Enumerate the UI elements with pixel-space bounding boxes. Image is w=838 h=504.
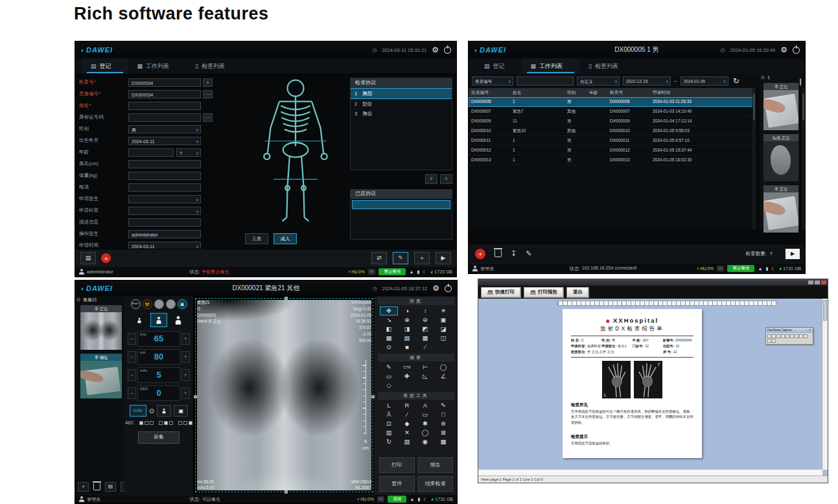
column-header[interactable]: 性别 <box>564 88 587 97</box>
tool-icon[interactable]: ✚ <box>399 372 415 380</box>
tool-icon[interactable]: ☀ <box>435 307 452 315</box>
emergency-add-button[interactable]: ＋ <box>101 253 111 263</box>
tool-icon[interactable]: ⊛ <box>435 420 452 428</box>
gear-icon[interactable]: ⚙ <box>780 45 787 54</box>
tool-icon[interactable]: ↕ <box>417 307 434 315</box>
crop-handle-bottom[interactable] <box>285 490 288 494</box>
tool-icon[interactable]: ✎ <box>380 363 397 371</box>
tool-icon[interactable]: ◑ <box>399 307 415 315</box>
image-thumbnail[interactable]: 手 正位 <box>80 305 122 350</box>
register-button[interactable]: ✎ <box>393 252 408 264</box>
selected-protocol-row[interactable] <box>352 200 450 209</box>
add-exam-button[interactable]: ＋ <box>414 252 430 264</box>
small-patient-button[interactable] <box>131 313 148 327</box>
minimize-button[interactable] <box>808 281 813 284</box>
field-suffix-button[interactable]: + <box>203 78 213 87</box>
column-header[interactable]: 申请时间 <box>650 88 756 97</box>
column-header[interactable]: 检查号 <box>607 88 650 97</box>
tool-icon[interactable]: ◩ <box>417 325 434 333</box>
column-header[interactable]: 姓名 <box>510 88 564 97</box>
table-scrollbar[interactable] <box>752 88 756 229</box>
tool-icon[interactable]: ▩ <box>417 334 434 342</box>
tool-icon[interactable]: ⊞ <box>435 429 452 437</box>
field-input[interactable] <box>128 102 201 110</box>
toolbar-button[interactable]: 退出 <box>566 287 589 298</box>
move-up-button[interactable]: ∧ <box>440 174 452 184</box>
refresh-icon[interactable]: ↻ <box>733 76 739 86</box>
column-header[interactable]: 患者编号 <box>469 88 510 97</box>
field-input[interactable]: DX000034 <box>128 90 201 98</box>
field-input[interactable] <box>128 148 174 157</box>
tool-icon[interactable]: ∕ <box>417 343 434 351</box>
field-input[interactable]: 男∨ <box>128 125 201 133</box>
tab-工作列表[interactable]: ▦工作列表 <box>522 58 580 74</box>
tool-icon[interactable]: ✎ <box>435 402 452 409</box>
aec-chamber-group-2[interactable] <box>159 421 173 425</box>
field-input[interactable]: administrator <box>128 230 201 238</box>
field-input[interactable]: DX000034 <box>128 78 201 87</box>
protocol-item[interactable]: 3胸骨 <box>351 109 452 119</box>
faststone-tool-icon[interactable] <box>804 334 808 338</box>
anatomy-selector[interactable] <box>241 76 350 231</box>
tool-icon[interactable]: R <box>399 402 415 409</box>
table-button[interactable]: ▣ <box>174 405 188 417</box>
tool-icon[interactable]: ⊢ <box>417 363 434 371</box>
decrease-button[interactable]: − <box>128 351 136 363</box>
tool-icon[interactable]: ⊕ <box>399 316 415 324</box>
body-type-adult-button[interactable]: 成人 <box>274 233 297 244</box>
reset-button[interactable]: RESET <box>131 299 141 309</box>
tool-icon[interactable]: ◨ <box>399 325 415 333</box>
power-icon[interactable] <box>793 47 800 54</box>
faststone-window-controls[interactable]: − × <box>805 328 811 333</box>
tool-icon[interactable]: L <box>380 402 397 409</box>
tree-collapse-icon[interactable]: ⊟ <box>76 296 80 304</box>
faststone-tool-icon[interactable] <box>790 334 794 338</box>
tool-icon[interactable]: ▭ <box>380 372 397 380</box>
wall-stand-button[interactable] <box>157 405 171 417</box>
close-button[interactable] <box>821 281 826 284</box>
tool-icon[interactable]: ✱ <box>417 420 434 428</box>
import-icon[interactable]: ↧ <box>511 249 517 258</box>
tool-icon[interactable]: ∕ <box>399 411 415 418</box>
date-range-select[interactable]: 自定义∨ <box>577 76 620 86</box>
power-icon[interactable] <box>445 285 452 292</box>
move-down-button[interactable]: ∨ <box>425 174 437 184</box>
decrease-button[interactable]: − <box>128 333 136 345</box>
emergency-patient-button[interactable]: ＋ <box>475 249 485 259</box>
date-to-select[interactable]: 2024-01-05∨ <box>681 76 728 86</box>
protocol-item[interactable]: 2肋骨 <box>351 99 452 109</box>
increase-button[interactable]: + <box>181 333 190 345</box>
increase-button[interactable]: + <box>181 351 190 363</box>
tool-icon[interactable]: ▤ <box>399 334 415 342</box>
vertical-scrollbar[interactable] <box>822 299 828 470</box>
focal-spot-icon[interactable]: ⊙ <box>149 407 154 415</box>
detector-button[interactable]: ▣ <box>178 299 187 309</box>
acquire-button[interactable]: 采集 <box>138 431 180 444</box>
column-header[interactable]: 年龄 <box>587 88 607 97</box>
start-exam-button[interactable]: ▶ <box>786 249 800 259</box>
field-input[interactable] <box>128 160 201 168</box>
tool-icon[interactable]: ✥ <box>380 307 397 315</box>
table-row[interactable]: DX0000121男DX0000122024-01-05 15:37:44 <box>469 146 756 155</box>
tool-icon[interactable]: ⊙ <box>380 343 397 351</box>
tool-icon[interactable]: ◯ <box>435 363 452 371</box>
tree-collapse-icon[interactable]: ⊟ <box>761 74 765 82</box>
search-input[interactable] <box>517 76 574 86</box>
tool-icon[interactable]: ∠ <box>435 372 452 380</box>
faststone-tool-icon[interactable] <box>781 334 785 338</box>
crop-selection-frame[interactable] <box>195 298 373 492</box>
tool-icon[interactable]: ▧ <box>399 438 415 446</box>
body-type-child-button[interactable]: 儿童 <box>245 233 268 244</box>
toolbar-button[interactable]: 快速打印 <box>481 287 521 298</box>
tool-icon[interactable]: Å <box>380 411 397 418</box>
image-thumbnail[interactable]: 手 侧位 <box>80 354 122 398</box>
tool-icon[interactable]: ▦ <box>435 438 452 446</box>
table-row[interactable]: DX0000131男DX0000132024-01-05 16:02:30 <box>469 155 756 165</box>
tool-button[interactable]: 报告 <box>418 457 454 473</box>
gear-icon[interactable]: ⚙ <box>432 45 439 54</box>
field-input[interactable] <box>128 183 201 192</box>
keyboard-button[interactable]: ▤ <box>80 252 96 264</box>
tool-icon[interactable]: ■ <box>399 343 415 351</box>
tool-icon[interactable]: ◫ <box>435 334 452 342</box>
increase-button[interactable]: + <box>181 387 190 399</box>
